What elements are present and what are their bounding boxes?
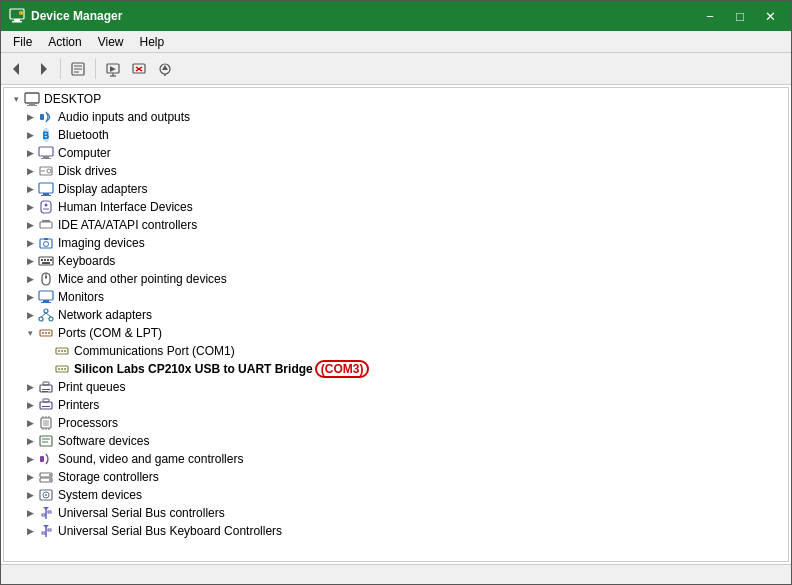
display-expand-icon: ▶ [22,181,38,197]
audio-icon [38,109,54,125]
svg-text:▶: ▶ [110,65,116,72]
list-item-ports[interactable]: ▾ Ports (COM & LPT) [6,324,786,342]
list-item-storage[interactable]: ▶ Storage controllers [6,468,786,486]
monitors-label: Monitors [58,290,104,304]
printqueues-label: Print queues [58,380,125,394]
menu-file[interactable]: File [5,33,40,50]
list-item-usbkb[interactable]: ▶ Universal Serial Bus Keyboard Controll… [6,522,786,540]
svg-point-67 [61,350,63,352]
tree-view[interactable]: ▾ DESKTOP ▶ [4,88,788,561]
system-label: System devices [58,488,142,502]
list-item-silabs[interactable]: ▶ Silicon Labs CP210x USB to UART Bridge… [6,360,786,378]
list-item-computer[interactable]: ▶ Computer [6,144,786,162]
computer-icon [38,145,54,161]
svg-line-60 [46,313,51,317]
svg-marker-100 [43,507,49,510]
ports-expand-icon: ▾ [22,325,38,341]
list-item-imaging[interactable]: ▶ Imaging devices [6,234,786,252]
list-item-disk[interactable]: ▶ Disk drives [6,162,786,180]
properties-button[interactable] [66,57,90,81]
list-item-monitors[interactable]: ▶ Monitors [6,288,786,306]
svg-rect-76 [42,391,48,392]
usbkb-label: Universal Serial Bus Keyboard Controller… [58,524,282,538]
audio-expand-icon: ▶ [22,109,38,125]
close-button[interactable]: ✕ [757,6,783,26]
svg-point-52 [45,276,47,278]
status-bar [1,564,791,584]
list-item-processors[interactable]: ▶ Processors [6,414,786,432]
list-item-keyboards[interactable]: ▶ Keyboards [6,252,786,270]
svg-point-95 [49,479,51,481]
sound-icon [38,451,54,467]
list-item-sound[interactable]: ▶ Sound, video and game controllers [6,450,786,468]
main-content: ▾ DESKTOP ▶ [3,87,789,562]
svg-rect-47 [47,259,49,261]
minimize-button[interactable]: − [697,6,723,26]
svg-point-62 [42,332,44,334]
svg-rect-75 [42,389,50,390]
svg-point-98 [45,494,47,496]
hid-icon [38,199,54,215]
svg-point-58 [49,317,53,321]
mice-expand-icon: ▶ [22,271,38,287]
list-item-system[interactable]: ▶ System devices [6,486,786,504]
toolbar: ▶ [1,53,791,85]
svg-point-71 [61,368,63,370]
processors-expand-icon: ▶ [22,415,38,431]
ide-label: IDE ATA/ATAPI controllers [58,218,197,232]
svg-point-94 [49,474,51,476]
scan-hardware-button[interactable] [153,57,177,81]
update-driver-button[interactable]: ▶ [101,57,125,81]
list-item-hid[interactable]: ▶ Human Interface Devices [6,198,786,216]
svg-point-68 [64,350,66,352]
list-item-network[interactable]: ▶ Network adapters [6,306,786,324]
menu-view[interactable]: View [90,33,132,50]
maximize-button[interactable]: □ [727,6,753,26]
usb-expand-icon: ▶ [22,505,38,521]
list-item-ide[interactable]: ▶ IDE ATA/ATAPI controllers [6,216,786,234]
tree-root[interactable]: ▾ DESKTOP [6,90,786,108]
list-item-printqueues[interactable]: ▶ Print queues [6,378,786,396]
com1-icon [54,343,70,359]
svg-rect-28 [43,156,49,158]
software-icon [38,433,54,449]
audio-label: Audio inputs and outputs [58,110,190,124]
svg-rect-24 [40,114,44,120]
list-item-com1[interactable]: ▶ Communications Port (COM1) [6,342,786,360]
keyboards-label: Keyboards [58,254,115,268]
list-item-usb[interactable]: ▶ Universal Serial Bus controllers [6,504,786,522]
svg-rect-33 [39,183,53,193]
toolbar-sep-1 [60,59,61,79]
printqueues-icon [38,379,54,395]
usbkb-icon [38,523,54,539]
back-button[interactable] [5,57,29,81]
ide-expand-icon: ▶ [22,217,38,233]
bluetooth-icon: ʙ [38,127,54,143]
window-title: Device Manager [31,9,697,23]
svg-point-63 [45,332,47,334]
svg-rect-55 [41,302,51,303]
list-item-mice[interactable]: ▶ Mice and other pointing devices [6,270,786,288]
menu-help[interactable]: Help [132,33,173,50]
computer-expand-icon: ▶ [22,145,38,161]
forward-button[interactable] [31,57,55,81]
svg-rect-48 [50,259,52,261]
display-icon [38,181,54,197]
silabs-label: Silicon Labs CP210x USB to UART Bridge [74,362,313,376]
sound-label: Sound, video and game controllers [58,452,243,466]
list-item-printers[interactable]: ▶ Printers [6,396,786,414]
list-item-software[interactable]: ▶ Software devices [6,432,786,450]
menu-action[interactable]: Action [40,33,89,50]
svg-rect-34 [43,193,49,195]
list-item-display[interactable]: ▶ Display adapters [6,180,786,198]
svg-point-57 [39,317,43,321]
svg-rect-77 [40,402,52,409]
svg-rect-78 [43,399,49,402]
list-item-audio[interactable]: ▶ Audio inputs and outputs [6,108,786,126]
root-label: DESKTOP [44,92,101,106]
bluetooth-label: Bluetooth [58,128,109,142]
ide-icon [38,217,54,233]
svg-rect-40 [42,220,50,222]
list-item-bluetooth[interactable]: ▶ ʙ Bluetooth [6,126,786,144]
uninstall-button[interactable] [127,57,151,81]
